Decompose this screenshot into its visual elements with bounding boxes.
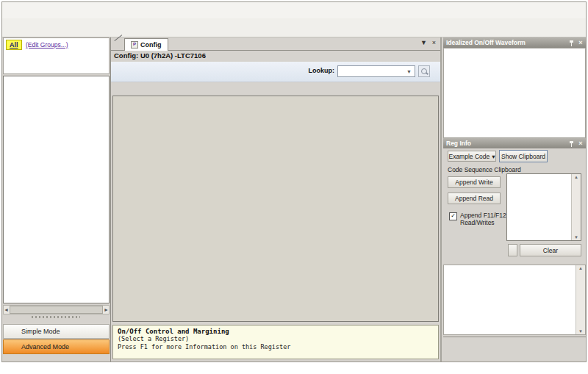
panel-splitter-handle[interactable] [32, 316, 80, 318]
application-window: All (Edit Groups...) ◄ ► Simple Mode Adv… [1, 1, 587, 362]
close-icon[interactable]: × [576, 37, 585, 48]
description-scrollbar[interactable]: ▲ ▼ [576, 265, 585, 334]
lookup-band: Lookup: ▼ [111, 62, 440, 82]
help-panel-line2: Press F1 for more Information on this Re… [118, 343, 434, 351]
tree-horizontal-scrollbar[interactable]: ◄ ► [3, 305, 110, 314]
pencil-icon [114, 40, 123, 48]
waveform-panel-title: Idealized On/Off Waveform [446, 39, 526, 46]
show-clipboard-button[interactable]: Show Clipboard [499, 150, 548, 162]
toolbar [2, 18, 586, 37]
append-read-button[interactable]: Append Read [448, 193, 501, 204]
scroll-left-icon[interactable]: ◄ [4, 307, 9, 312]
scroll-up-icon[interactable]: ▲ [572, 175, 581, 179]
system-tree-panel: All (Edit Groups...) ◄ ► Simple Mode Adv… [2, 37, 111, 362]
append-write-button[interactable]: Append Write [448, 176, 501, 188]
append-f11-f12-checkbox[interactable]: ✓ Append F11/F12 Read/Writes [449, 212, 506, 226]
register-help-panel: On/Off Control and Margining (Select a R… [112, 325, 439, 359]
scroll-right-icon[interactable]: ► [104, 307, 109, 312]
config-tab-label: Config [140, 41, 162, 48]
lookup-combobox[interactable]: ▼ [337, 65, 415, 77]
config-title: Config: U0 (7h2A) -LTC7106 [114, 51, 206, 60]
example-code-label: Example Code [448, 153, 490, 160]
scroll-down-icon[interactable]: ▼ [572, 235, 581, 240]
checkbox-icon[interactable]: ✓ [449, 212, 457, 220]
clear-button[interactable]: Clear [520, 244, 581, 256]
reginfo-panel-body: Example Code ▾ Show Clipboard Code Seque… [443, 148, 586, 348]
blank-button [508, 244, 517, 256]
textarea-scrollbar[interactable]: ▲ ▼ [571, 174, 581, 240]
clipboard-section-label: Code Sequence Clipboard [448, 166, 521, 173]
lookup-label: Lookup: [309, 67, 335, 74]
chevron-down-icon: ▾ [492, 153, 495, 160]
menu-bar [2, 2, 586, 18]
scroll-down-icon[interactable]: ▼ [576, 329, 585, 334]
help-panel-line1: (Select a Register) [118, 335, 434, 343]
device-tree [3, 76, 110, 303]
lookup-search-button[interactable] [418, 65, 430, 77]
config-document-tab[interactable]: P Config [124, 38, 168, 51]
tab-list-dropdown-icon[interactable]: ▼ [419, 39, 429, 46]
pin-icon: P [131, 41, 138, 48]
register-description-box[interactable]: ▲ ▼ [443, 265, 586, 335]
register-table [112, 96, 439, 322]
code-sequence-textarea[interactable]: ▲ ▼ [506, 173, 581, 241]
pin-icon[interactable] [567, 37, 576, 48]
checkbox-label: Append F11/F12 Read/Writes [460, 212, 506, 226]
document-tab-bar: P Config ▼ × [111, 37, 440, 51]
config-pane: P Config ▼ × Config: U0 (7h2A) -LTC7106 … [111, 37, 442, 362]
group-header: All (Edit Groups...) [3, 37, 110, 74]
all-groups-button[interactable]: All [6, 40, 22, 50]
search-icon [421, 68, 427, 74]
chevron-down-icon[interactable]: ▼ [404, 67, 414, 76]
simple-mode-button[interactable]: Simple Mode [3, 324, 110, 339]
reginfo-panel-title: Reg Info [446, 140, 471, 147]
waveform-panel-titlebar[interactable]: Idealized On/Off Waveform × [443, 37, 586, 48]
pin-icon[interactable] [567, 138, 576, 148]
close-icon[interactable]: × [576, 138, 585, 148]
waveform-canvas [443, 48, 586, 138]
scroll-up-icon[interactable]: ▲ [576, 266, 585, 270]
scrollbar-thumb[interactable] [10, 306, 103, 314]
advanced-mode-button[interactable]: Advanced Mode [3, 339, 110, 354]
help-panel-title: On/Off Control and Margining [118, 328, 434, 335]
example-code-dropdown[interactable]: Example Code ▾ [448, 151, 496, 162]
edit-groups-link[interactable]: (Edit Groups...) [26, 41, 68, 48]
close-tab-icon[interactable]: × [429, 39, 439, 46]
dock-panel-area: Idealized On/Off Waveform × Reg Info × E… [443, 37, 586, 362]
reginfo-bottom-tabs [443, 337, 586, 349]
reginfo-panel-titlebar[interactable]: Reg Info × [443, 138, 586, 148]
